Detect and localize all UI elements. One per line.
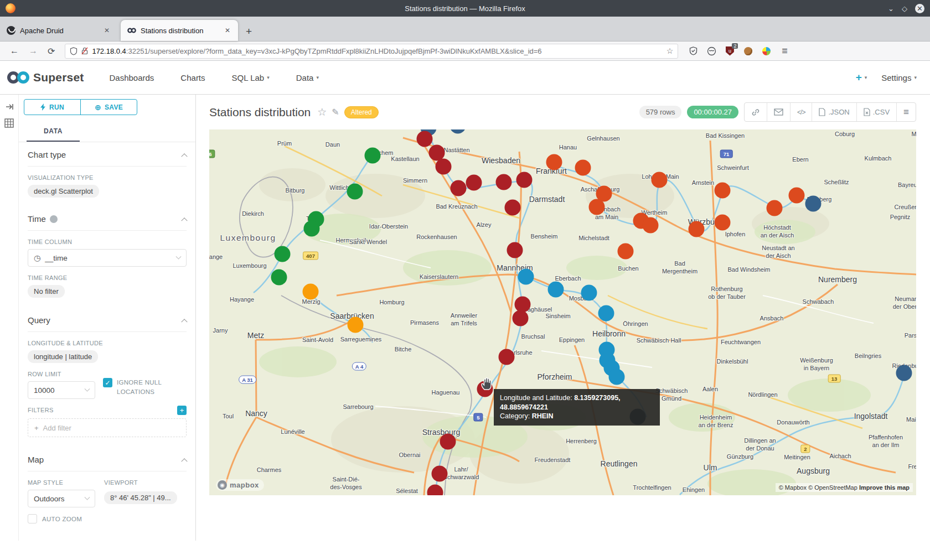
scatter-point-donau[interactable] (896, 365, 912, 381)
scatter-point-rhein[interactable] (417, 131, 433, 147)
viz-type-value[interactable]: deck.gl Scatterplot (28, 185, 99, 198)
scatter-point-rhein[interactable] (451, 180, 467, 196)
map-city-label: Alzey (477, 221, 492, 229)
url-field[interactable]: 172.18.0.4:32251/superset/explore/?form_… (65, 44, 678, 59)
export-csv-button[interactable]: .CSV (857, 103, 897, 121)
scatter-point-main[interactable] (789, 188, 805, 204)
nav-charts[interactable]: Charts (180, 73, 205, 82)
scatter-point-mosel[interactable] (347, 184, 363, 200)
improve-map-link[interactable]: Improve this map (859, 484, 910, 491)
plasma-integration-icon[interactable] (761, 46, 771, 56)
favorite-star-icon[interactable]: ☆ (317, 106, 327, 118)
auto-zoom-checkbox[interactable] (28, 514, 37, 523)
window-close-button[interactable]: ✕ (915, 4, 924, 13)
new-tab-button[interactable]: + (246, 25, 252, 38)
add-filter-plus-button[interactable]: + (177, 406, 187, 415)
viewport-value[interactable]: 8° 46' 45.28" | 49... (104, 491, 177, 504)
lonlat-value[interactable]: longitude | latitude (28, 350, 98, 363)
run-button[interactable]: RUN (24, 100, 81, 115)
scatter-point-mosel[interactable] (275, 246, 291, 262)
tab-stations-distribution[interactable]: Stations distribution ✕ (121, 20, 238, 41)
map-attribution[interactable]: © Mapbox © OpenStreetMap Improve this ma… (776, 483, 913, 492)
edit-properties-icon[interactable]: ✎ (332, 107, 339, 117)
email-button[interactable] (767, 103, 790, 121)
menu-hamburger-icon[interactable]: ≡ (779, 46, 789, 56)
save-button[interactable]: ⊕ SAVE (81, 100, 137, 115)
scatter-point-main[interactable] (589, 199, 605, 215)
share-link-button[interactable] (745, 103, 767, 121)
section-time[interactable]: Time (28, 206, 187, 230)
map-city-label: Parsberg (905, 332, 916, 340)
scatter-point-neckar[interactable] (518, 269, 534, 285)
ublock-icon[interactable]: u2 (725, 46, 735, 56)
pocket-shield-icon[interactable] (688, 46, 698, 56)
scatter-point-neckar[interactable] (609, 369, 625, 385)
ignore-null-checkbox[interactable]: ✓ (103, 378, 112, 387)
scatter-point-rhein[interactable] (466, 175, 482, 191)
embed-code-button[interactable]: </> (790, 103, 812, 121)
tab-close-icon[interactable]: ✕ (223, 25, 232, 35)
scatter-point-rhein[interactable] (499, 349, 515, 365)
section-map[interactable]: Map (28, 447, 187, 471)
tab-apache-druid[interactable]: Apache Druid ✕ (0, 20, 117, 41)
window-minimize-button[interactable]: ⌄ (888, 4, 894, 13)
forward-button[interactable]: → (29, 46, 38, 56)
nav-data[interactable]: Data▾ (296, 73, 319, 82)
nav-sql-lab[interactable]: SQL Lab▾ (232, 73, 270, 82)
window-maximize-button[interactable]: ◇ (902, 4, 907, 13)
settings-menu[interactable]: Settings▾ (881, 73, 917, 82)
mapbox-logo[interactable]: ◉ mapbox (216, 479, 264, 491)
scatter-point-neckar[interactable] (598, 305, 614, 322)
time-range-value[interactable]: No filter (28, 285, 65, 298)
scatter-point-main[interactable] (652, 172, 668, 188)
scatter-point-mosel[interactable] (365, 148, 381, 164)
scatter-point-rhein[interactable] (516, 172, 533, 188)
reload-button[interactable]: ⟳ (48, 46, 55, 56)
section-query[interactable]: Query (28, 308, 187, 331)
section-chart-type[interactable]: Chart type (28, 142, 187, 166)
scatter-point-donau[interactable] (805, 196, 822, 212)
bookmark-star-icon[interactable]: ☆ (666, 46, 674, 55)
export-json-button[interactable]: .JSON (812, 103, 856, 121)
map-city-label: Simmern (403, 177, 427, 185)
scatter-point-rhein[interactable] (440, 434, 456, 450)
scatter-point-rhein[interactable] (507, 242, 523, 258)
new-item-button[interactable]: +▾ (856, 71, 867, 84)
dataset-grid-icon[interactable] (4, 118, 14, 128)
scatter-point-main[interactable] (575, 160, 591, 176)
tab-close-icon[interactable]: ✕ (102, 25, 112, 35)
row-limit-select[interactable]: 10000 (28, 381, 95, 399)
scatter-point-main[interactable] (618, 243, 634, 260)
scatter-point-main[interactable] (643, 217, 659, 234)
privacy-mask-icon[interactable] (706, 46, 716, 56)
nav-dashboards[interactable]: Dashboards (109, 73, 154, 82)
scatter-point-mosel[interactable] (271, 269, 287, 286)
scatter-point-main[interactable] (546, 154, 562, 170)
cookie-editor-icon[interactable] (743, 46, 753, 56)
scatter-point-main[interactable] (767, 200, 783, 216)
scatter-point-rhein[interactable] (513, 310, 529, 326)
superset-logo[interactable]: Superset (7, 70, 84, 85)
chart-menu-button[interactable]: ≡ (897, 103, 916, 121)
scatter-point-rhein[interactable] (432, 466, 448, 482)
scatter-point-saar[interactable] (348, 317, 364, 333)
scatter-point-mosel[interactable] (304, 221, 320, 237)
scatter-point-neckar[interactable] (548, 282, 564, 298)
altered-badge[interactable]: Altered (344, 106, 379, 118)
scatter-point-neckar[interactable] (581, 285, 597, 301)
time-column-select[interactable]: ◷ __time (28, 249, 187, 267)
tab-data[interactable]: DATA (27, 123, 80, 142)
scatter-point-saar[interactable] (303, 284, 319, 300)
back-button[interactable]: ← (10, 46, 19, 56)
section-point-size[interactable]: Point Size (28, 531, 187, 541)
scatter-point-main[interactable] (715, 215, 731, 231)
scatter-point-rhein[interactable] (436, 159, 452, 175)
scatter-point-rhein[interactable] (505, 200, 521, 216)
scatter-point-rhein[interactable] (496, 174, 512, 190)
map-style-select[interactable]: Outdoors (28, 490, 95, 507)
deckgl-map[interactable]: PrümDaunCochemNastättenKastellaunHanauGe… (209, 129, 916, 495)
add-filter-box[interactable]: + Add filter (28, 418, 187, 437)
scatter-point-main[interactable] (715, 183, 731, 199)
expand-dataset-panel-icon[interactable] (5, 102, 14, 111)
scatter-point-main[interactable] (689, 221, 705, 237)
